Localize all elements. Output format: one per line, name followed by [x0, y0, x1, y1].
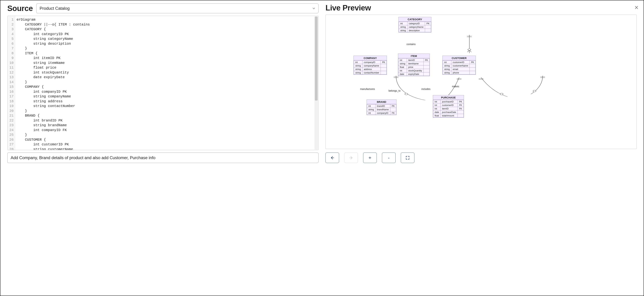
preview-title: Live Preview	[326, 4, 371, 12]
line-number: 24	[8, 128, 14, 133]
code-line[interactable]: int companyID PK	[16, 89, 318, 94]
code-line[interactable]: string customerName	[16, 147, 318, 150]
attr-type: float	[433, 114, 440, 117]
code-line[interactable]: CATEGORY {	[16, 27, 318, 32]
attr-type: string	[354, 71, 362, 75]
line-number: 6	[8, 41, 14, 46]
attr-row: intcustomerIDFK	[433, 104, 464, 107]
entity-attrs: intcustomerIDPKstringcustomerNamestringe…	[443, 60, 476, 75]
attr-type: date	[398, 72, 407, 76]
code-line[interactable]: date expiryDate	[16, 75, 318, 80]
attr-name: customerID	[440, 104, 458, 107]
attr-key	[470, 64, 476, 68]
code-line[interactable]: erDiagram	[16, 17, 318, 22]
code-line[interactable]: COMPANY {	[16, 85, 318, 89]
entity-attrs: intcategoryIDPKstringcategoryNamestringd…	[399, 22, 431, 32]
code-editor[interactable]: 1234567891011121314151617181920212223242…	[7, 16, 318, 150]
entity-title: COMPANY	[354, 56, 387, 60]
code-line[interactable]: string categoryName	[16, 37, 318, 41]
entity-category: CATEGORY intcategoryIDPKstringcategoryNa…	[398, 17, 431, 33]
code-line[interactable]: }	[16, 80, 318, 85]
attr-row: stringcompanyName	[354, 64, 387, 68]
attr-name: itemID	[440, 107, 458, 111]
attr-type: string	[443, 68, 451, 71]
code-line[interactable]: int companyID FK	[16, 128, 318, 133]
code-line[interactable]: int customerID PK	[16, 142, 318, 147]
preview-pane[interactable]: CATEGORY intcategoryIDPKstringcategoryNa…	[326, 15, 637, 149]
attr-type: string	[367, 108, 376, 111]
prompt-input[interactable]: Add Company, Brand details of product an…	[7, 153, 318, 163]
code-line[interactable]: CATEGORY ||--o{ ITEM : contains	[16, 22, 318, 27]
code-line[interactable]: BRAND {	[16, 113, 318, 118]
er-canvas: CATEGORY intcategoryIDPKstringcategoryNa…	[326, 15, 636, 149]
line-number: 22	[8, 118, 14, 123]
line-number: 2	[8, 22, 14, 27]
attr-name: phone	[451, 71, 470, 75]
attr-key: FK	[390, 111, 396, 115]
scrollbar-track[interactable]	[314, 16, 318, 150]
code-line[interactable]: float price	[16, 65, 318, 70]
line-number: 27	[8, 142, 14, 147]
code-line[interactable]: }	[16, 109, 318, 113]
code-line[interactable]: string itemName	[16, 61, 318, 66]
attr-key: PK	[470, 61, 476, 64]
code-line[interactable]: }	[16, 46, 318, 51]
line-number: 18	[8, 99, 14, 104]
line-number: 8	[8, 51, 14, 56]
code-line[interactable]: string brandName	[16, 123, 318, 128]
preview-toolbar: + -	[326, 153, 637, 163]
attr-row: floatprice	[398, 66, 430, 69]
attr-row: intbrandIDPK	[367, 104, 396, 108]
attr-row: datepurchaseDate	[433, 111, 464, 114]
code-line[interactable]: int itemID PK	[16, 56, 318, 61]
attr-row: stringcontactNumber	[354, 71, 387, 75]
attr-key: FK	[458, 107, 464, 111]
attr-key	[390, 108, 396, 111]
code-content[interactable]: erDiagram CATEGORY ||--o{ ITEM : contain…	[15, 16, 318, 150]
attr-key	[424, 69, 430, 72]
zoom-out-button[interactable]: -	[382, 153, 396, 163]
line-gutter: 1234567891011121314151617181920212223242…	[8, 16, 15, 150]
rel-makes: makes	[452, 85, 459, 88]
attr-type: int	[433, 107, 440, 111]
attr-type: float	[398, 66, 407, 69]
line-number: 4	[8, 32, 14, 37]
forward-button[interactable]	[344, 153, 358, 163]
attr-type: string	[443, 64, 451, 68]
attr-type: int	[433, 104, 440, 107]
attr-type: int	[367, 104, 376, 108]
attr-type: date	[433, 111, 440, 114]
attr-key	[424, 72, 430, 76]
code-line[interactable]: string description	[16, 41, 318, 46]
back-button[interactable]	[326, 153, 339, 163]
code-line[interactable]: CUSTOMER {	[16, 137, 318, 142]
scrollbar-thumb[interactable]	[315, 17, 318, 101]
code-line[interactable]: string companyName	[16, 94, 318, 99]
code-line[interactable]: int categoryID PK	[16, 32, 318, 37]
attr-type: string	[399, 29, 408, 32]
diagram-select[interactable]: Product Catalog	[36, 4, 318, 13]
code-line[interactable]: int brandID PK	[16, 118, 318, 123]
line-number: 28	[8, 147, 14, 150]
entity-purchase: PURCHASE intpurchaseIDPKintcustomerIDFKi…	[433, 95, 464, 118]
attr-key	[470, 71, 476, 75]
attr-type: int	[354, 61, 362, 64]
entity-customer: CUSTOMER intcustomerIDPKstringcustomerNa…	[442, 56, 476, 75]
attr-row: stringaddress	[354, 68, 387, 71]
app-root: × Source Product Catalog 123456789101112…	[0, 0, 644, 296]
zoom-in-button[interactable]: +	[363, 153, 377, 163]
attr-key	[380, 64, 386, 68]
fullscreen-button[interactable]	[401, 153, 414, 163]
attr-name: purchaseID	[440, 100, 458, 104]
diagram-select-wrap: Product Catalog	[36, 4, 318, 13]
attr-name: companyName	[362, 64, 380, 68]
attr-name: categoryID	[407, 22, 425, 25]
code-line[interactable]: }	[16, 132, 318, 137]
code-line[interactable]: string contactNumber	[16, 104, 318, 109]
entity-attrs: intcompanyIDPKstringcompanyNamestringadd…	[354, 60, 387, 75]
code-line[interactable]: ITEM {	[16, 51, 318, 56]
attr-key	[424, 66, 430, 69]
code-line[interactable]: int stockQuantity	[16, 70, 318, 75]
rel-belongs-to: belongs_to	[388, 89, 401, 92]
code-line[interactable]: string address	[16, 99, 318, 104]
